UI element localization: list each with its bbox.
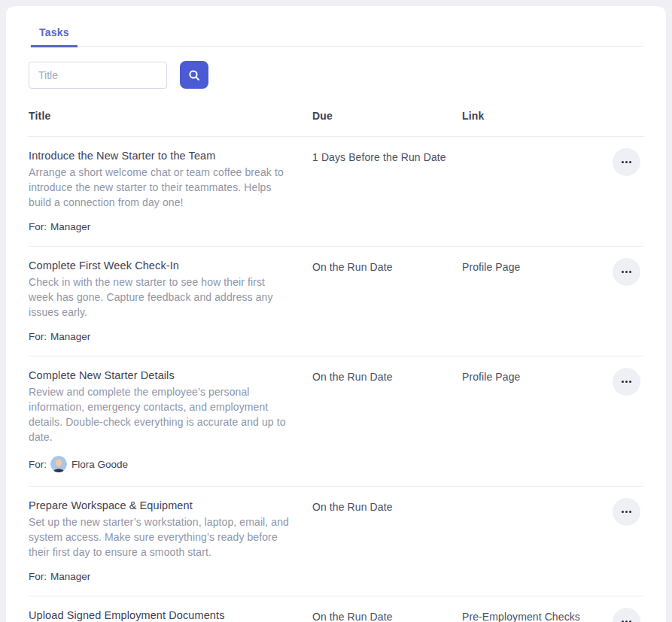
more-actions-button[interactable] <box>613 258 640 286</box>
due-cell: On the Run Date <box>312 499 462 513</box>
more-actions-button[interactable] <box>613 498 640 526</box>
due-cell: On the Run Date <box>312 609 462 622</box>
task-description: Check in with the new starter to see how… <box>29 275 290 320</box>
task-cell: Prepare Workspace & Equipment Set up the… <box>29 499 312 582</box>
task-title: Prepare Workspace & Equipment <box>29 499 312 511</box>
task-description: Review and complete the employee’s perso… <box>29 384 290 445</box>
for-label: For: <box>29 459 47 470</box>
column-header-due: Due <box>312 110 462 122</box>
column-header-actions <box>604 110 643 122</box>
actions-cell <box>613 609 643 622</box>
search-button[interactable] <box>180 61 208 89</box>
assignee-name: Flora Goode <box>71 459 128 470</box>
ellipsis-icon <box>625 381 628 383</box>
actions-cell <box>613 150 643 176</box>
table-row: Introduce the New Starter to the Team Ar… <box>29 137 643 247</box>
more-actions-button[interactable] <box>613 608 640 622</box>
task-title: Upload Signed Employment Documents <box>29 609 312 621</box>
ellipsis-icon <box>625 511 628 513</box>
task-title: Complete First Week Check-In <box>29 259 312 272</box>
title-search-input[interactable] <box>29 62 167 89</box>
task-cell: Introduce the New Starter to the Team Ar… <box>29 150 312 232</box>
task-cell: Complete First Week Check-In Check in wi… <box>29 259 312 342</box>
assignee-avatar <box>50 456 67 472</box>
for-label: For: <box>29 331 47 342</box>
table-header-row: Title Due Link <box>29 110 643 137</box>
link-cell <box>462 499 604 501</box>
ellipsis-icon <box>625 161 628 163</box>
link-cell[interactable]: Profile Page <box>462 369 604 383</box>
for-label: For: <box>29 571 47 582</box>
more-actions-button[interactable] <box>613 148 640 176</box>
actions-cell <box>613 499 643 526</box>
task-assignee-line: For: Manager <box>29 331 312 342</box>
more-actions-button[interactable] <box>613 368 640 396</box>
link-cell[interactable]: Pre-Employment Checks <box>462 609 604 622</box>
task-title: Introduce the New Starter to the Team <box>29 150 312 162</box>
search-icon <box>188 69 200 81</box>
link-cell[interactable]: Profile Page <box>462 259 604 273</box>
tasks-card: Tasks Title Due Link Introduce the New S… <box>6 6 666 622</box>
assignee-name: Manager <box>50 331 90 342</box>
table-row: Complete New Starter Details Review and … <box>29 357 643 487</box>
task-cell: Upload Signed Employment Documents Uploa… <box>29 609 312 622</box>
table-row: Complete First Week Check-In Check in wi… <box>29 247 643 357</box>
column-header-title: Title <box>29 110 312 122</box>
task-description: Set up the new starter’s workstation, la… <box>29 514 290 560</box>
task-description: Arrange a short welcome chat or team cof… <box>29 165 290 210</box>
actions-cell <box>613 259 643 286</box>
assignee-name: Manager <box>50 571 90 582</box>
actions-cell <box>613 369 643 396</box>
ellipsis-icon <box>625 271 628 273</box>
column-header-link: Link <box>462 110 604 122</box>
task-title: Complete New Starter Details <box>29 369 312 381</box>
assignee-name: Manager <box>50 221 90 232</box>
due-cell: On the Run Date <box>312 369 462 383</box>
table-row: Upload Signed Employment Documents Uploa… <box>29 596 643 622</box>
task-assignee-line: For: Manager <box>29 571 312 582</box>
for-label: For: <box>29 221 47 232</box>
due-cell: 1 Days Before the Run Date <box>312 150 462 163</box>
due-cell: On the Run Date <box>312 259 462 273</box>
task-assignee-line: For: Manager <box>29 221 312 232</box>
tab-bar: Tasks <box>29 6 643 47</box>
task-assignee-line: For: Flora Goode <box>29 456 312 472</box>
task-cell: Complete New Starter Details Review and … <box>29 369 312 472</box>
tab-tasks[interactable]: Tasks <box>31 26 78 47</box>
link-cell <box>462 150 604 151</box>
table-row: Prepare Workspace & Equipment Set up the… <box>29 487 643 596</box>
search-bar <box>29 61 643 89</box>
